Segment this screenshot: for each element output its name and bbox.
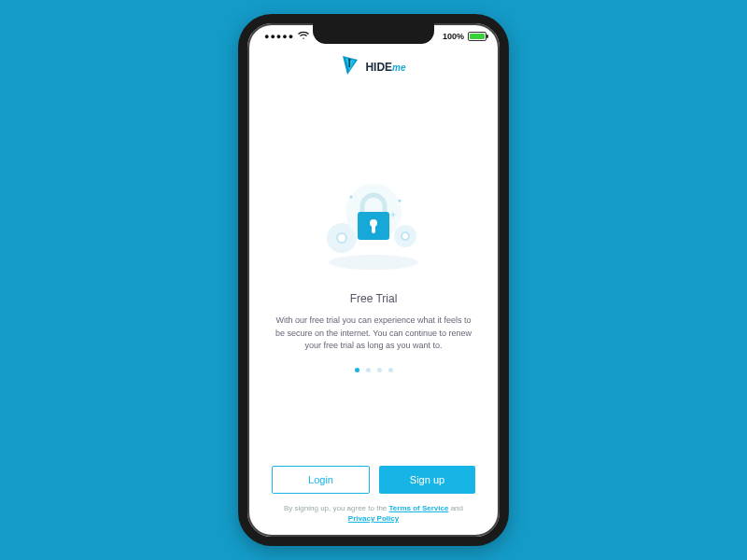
svg-point-4 [329,255,418,270]
wifi-icon [298,31,309,42]
legal-text: By signing up, you agree to the Terms of… [247,501,500,537]
svg-point-14 [350,196,353,199]
legal-middle: and [448,504,463,512]
onboarding-slide: Free Trial With our free trial you can e… [247,79,500,466]
page-dot[interactable] [366,368,371,372]
phone-frame: ●●●●● 100% HIDEme [238,14,509,546]
svg-point-3 [348,59,351,62]
svg-point-6 [337,233,346,243]
app-logo: HIDEme [247,49,500,79]
svg-point-13 [399,200,402,203]
lock-illustration-icon [308,173,439,275]
notch [313,23,434,44]
slide-title: Free Trial [350,292,398,305]
svg-rect-12 [372,225,375,233]
page-dot[interactable] [355,368,359,372]
svg-point-8 [402,232,409,240]
page-indicator[interactable] [355,368,393,372]
logo-mark-icon [341,55,359,79]
page-dot[interactable] [377,368,382,372]
battery-percent: 100% [443,32,464,41]
slide-description: With our free trial you can experience w… [271,315,476,353]
signup-button[interactable]: Sign up [379,466,475,494]
cta-row: Login Sign up [247,466,500,501]
terms-link[interactable]: Terms of Service [389,504,449,512]
svg-rect-2 [349,61,351,67]
logo-text: HIDEme [365,61,405,74]
battery-icon [468,32,486,41]
page-dot[interactable] [388,368,393,372]
login-button[interactable]: Login [272,466,370,494]
legal-prefix: By signing up, you agree to the [284,504,389,512]
privacy-link[interactable]: Privacy Policy [348,514,399,523]
signal-dots-icon: ●●●●● [264,32,294,41]
